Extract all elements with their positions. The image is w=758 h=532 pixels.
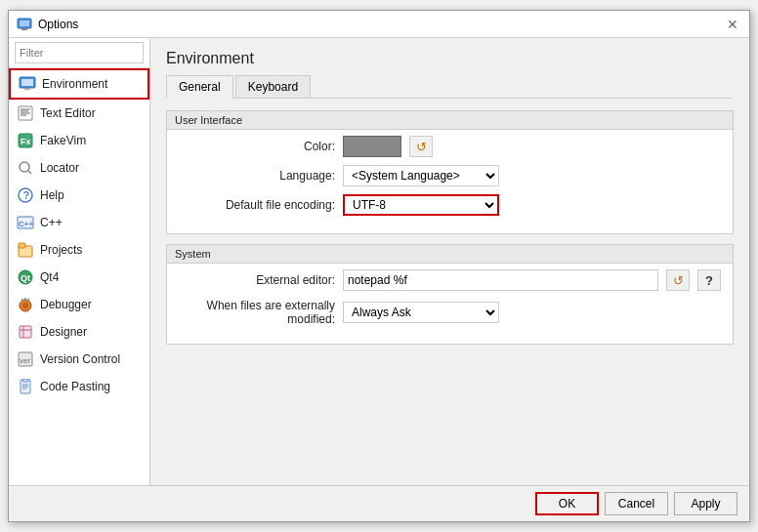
system-section: System External editor: ↺ ? When files a…: [166, 244, 734, 345]
modified-row: When files are externally modified: Alwa…: [179, 299, 721, 326]
svg-text:Fx: Fx: [21, 137, 31, 146]
version-control-icon: ver: [17, 350, 34, 368]
main-panel: Environment General Keyboard User Interf…: [150, 38, 749, 485]
system-content: External editor: ↺ ? When files are exte…: [167, 264, 733, 344]
svg-rect-4: [21, 79, 33, 86]
page-title: Environment: [166, 50, 734, 67]
language-select[interactable]: <System Language>: [343, 165, 499, 186]
sidebar-item-locator[interactable]: Locator: [9, 154, 149, 182]
sidebar-item-environment[interactable]: Environment: [9, 68, 149, 100]
close-button[interactable]: ✕: [724, 16, 741, 33]
window-icon: [17, 17, 32, 32]
sidebar-item-label: Help: [40, 188, 64, 202]
sidebar-item-fakevim[interactable]: Fx FakeVim: [9, 127, 149, 154]
tab-keyboard[interactable]: Keyboard: [235, 75, 311, 98]
svg-point-24: [22, 303, 28, 308]
color-label: Color:: [179, 140, 335, 153]
encoding-select[interactable]: UTF-8: [343, 194, 499, 216]
external-editor-help-button[interactable]: ?: [697, 269, 721, 291]
system-title: System: [167, 245, 733, 264]
debugger-icon: [17, 296, 34, 313]
sidebar-item-label: Qt4: [40, 270, 59, 284]
sidebar-item-label: Debugger: [40, 298, 92, 311]
svg-line-14: [28, 171, 31, 174]
sidebar-item-qt4[interactable]: Qt Qt4: [9, 264, 149, 291]
user-interface-title: User Interface: [167, 111, 733, 130]
sidebar-item-help[interactable]: ? Help: [9, 182, 149, 209]
svg-rect-34: [22, 379, 28, 382]
title-bar: Options ✕: [9, 11, 749, 38]
svg-rect-28: [20, 326, 31, 338]
bottom-bar: OK Cancel Apply: [9, 485, 749, 521]
sidebar-item-version-control[interactable]: ver Version Control: [9, 346, 149, 373]
encoding-label: Default file encoding:: [179, 198, 335, 212]
sidebar-item-label: Code Pasting: [40, 380, 110, 393]
encoding-row: Default file encoding: UTF-8: [179, 194, 721, 216]
options-window: Options ✕ Environment: [8, 10, 750, 522]
color-reset-button[interactable]: ↺: [409, 136, 433, 157]
sidebar-item-designer[interactable]: Designer: [9, 318, 149, 346]
svg-text:?: ?: [23, 189, 30, 201]
svg-rect-20: [19, 243, 25, 248]
sidebar-item-projects[interactable]: Projects: [9, 236, 149, 264]
color-swatch[interactable]: [343, 136, 401, 157]
cpp-icon: C++: [17, 214, 34, 231]
sidebar-item-debugger[interactable]: Debugger: [9, 291, 149, 318]
svg-point-13: [20, 162, 29, 172]
sidebar-item-label: Version Control: [40, 352, 120, 366]
modified-select[interactable]: Always Ask: [343, 302, 499, 323]
text-editor-icon: [17, 104, 34, 122]
sidebar-item-label: FakeVim: [40, 134, 86, 147]
external-editor-input[interactable]: [343, 269, 658, 291]
sidebar-item-code-pasting[interactable]: Code Pasting: [9, 373, 149, 400]
title-bar-left: Options: [17, 17, 78, 32]
code-pasting-icon: [17, 378, 34, 395]
sidebar-item-label: Environment: [42, 77, 107, 91]
filter-box: [9, 38, 149, 68]
designer-icon: [17, 323, 34, 341]
ok-button[interactable]: OK: [535, 492, 599, 515]
svg-text:C++: C++: [19, 220, 33, 228]
svg-text:ver: ver: [20, 356, 30, 365]
svg-rect-1: [20, 20, 29, 26]
modified-label: When files are externally modified:: [179, 299, 335, 326]
svg-rect-2: [21, 28, 27, 30]
cancel-button[interactable]: Cancel: [605, 492, 668, 515]
tabs: General Keyboard: [166, 75, 734, 99]
language-row: Language: <System Language>: [179, 165, 721, 186]
apply-button[interactable]: Apply: [674, 492, 737, 515]
qt4-icon: Qt: [17, 268, 34, 286]
external-editor-reset-button[interactable]: ↺: [666, 269, 690, 291]
locator-icon: [17, 159, 34, 177]
sidebar: Environment Text Editor: [9, 38, 150, 485]
svg-rect-5: [24, 88, 30, 90]
sidebar-item-cpp[interactable]: C++ C++: [9, 209, 149, 236]
sidebar-item-label: Designer: [40, 325, 87, 339]
user-interface-content: Color: ↺ Language: <System Language> Def…: [167, 130, 733, 233]
external-editor-label: External editor:: [179, 273, 335, 287]
projects-icon: [17, 241, 34, 259]
help-icon: ?: [17, 186, 34, 204]
user-interface-section: User Interface Color: ↺ Language: <Syste…: [166, 110, 734, 234]
content-area: Environment Text Editor: [9, 38, 749, 485]
color-row: Color: ↺: [179, 136, 721, 157]
filter-input[interactable]: [15, 42, 144, 63]
svg-text:Qt: Qt: [21, 273, 30, 283]
sidebar-item-text-editor[interactable]: Text Editor: [9, 100, 149, 127]
tab-general[interactable]: General: [166, 75, 233, 99]
monitor-icon: [19, 75, 36, 93]
window-title: Options: [38, 18, 78, 31]
external-editor-row: External editor: ↺ ?: [179, 269, 721, 291]
sidebar-item-label: Text Editor: [40, 106, 96, 120]
sidebar-item-label: C++: [40, 216, 63, 229]
sidebar-item-label: Locator: [40, 161, 79, 175]
sidebar-item-label: Projects: [40, 243, 82, 257]
fakevim-icon: Fx: [17, 132, 34, 149]
language-label: Language:: [179, 169, 335, 183]
